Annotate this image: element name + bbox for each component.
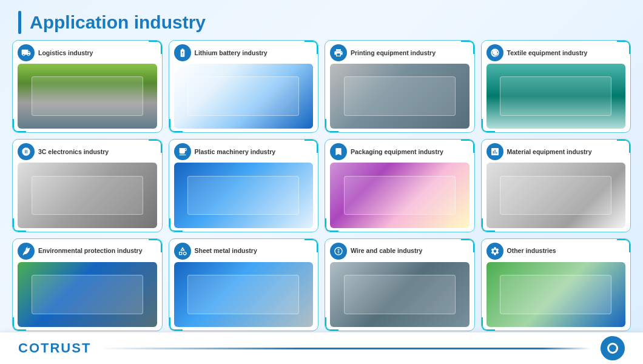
card-title-sheetmetal: Sheet metal industry: [195, 247, 257, 255]
card-header: Wire and cable industry: [330, 243, 470, 260]
card-3c[interactable]: 3C electronics industry: [12, 139, 163, 232]
machine-shape: [187, 176, 299, 215]
card-icon-textile: [486, 44, 503, 61]
footer-circle-inner: [607, 343, 618, 354]
card-image-wire: [330, 262, 470, 327]
card-icon-logistics: [18, 44, 35, 61]
card-icon-printing: [330, 44, 347, 61]
card-icon-sheetmetal: [174, 243, 191, 260]
card-header: Textile equipment industry: [486, 44, 626, 61]
machine-shape: [344, 275, 456, 314]
card-header: Environmental protection industry: [18, 243, 157, 260]
machine-shape: [187, 76, 299, 115]
card-image-environmental: [18, 262, 157, 327]
card-printing[interactable]: Printing equipment industry: [325, 40, 475, 133]
page-title: Application industry: [30, 12, 206, 33]
footer-line: [100, 348, 591, 349]
card-header: Material equipment industry: [486, 143, 626, 160]
card-icon-plastic: [174, 143, 191, 160]
card-title-3c: 3C electronics industry: [38, 148, 109, 156]
card-packaging[interactable]: Packaging equipment industry: [325, 139, 475, 232]
card-header: Sheet metal industry: [174, 243, 314, 260]
machine-shape: [500, 176, 611, 215]
card-image-sheetmetal: [174, 262, 314, 327]
card-title-wire: Wire and cable industry: [351, 247, 422, 255]
card-material[interactable]: Material equipment industry: [481, 139, 631, 232]
card-icon-material: [486, 143, 503, 160]
card-icon-3c: [18, 143, 35, 160]
machine-shape: [344, 176, 456, 215]
card-title-packaging: Packaging equipment industry: [351, 148, 443, 156]
card-icon-packaging: [330, 143, 347, 160]
card-icon-other: [486, 243, 503, 260]
card-title-other: Other industries: [507, 247, 556, 255]
card-environmental[interactable]: Environmental protection industry: [12, 238, 163, 331]
card-image-logistics: [18, 64, 157, 129]
card-wire[interactable]: Wire and cable industry: [325, 238, 475, 331]
machine-shape: [32, 176, 143, 215]
card-textile[interactable]: Textile equipment industry: [481, 40, 631, 133]
machine-shape: [500, 76, 611, 115]
card-title-lithium: Lithium battery industry: [195, 49, 268, 57]
card-image-material: [486, 163, 626, 228]
card-sheetmetal[interactable]: Sheet metal industry: [169, 238, 319, 331]
card-image-plastic: [174, 163, 314, 228]
card-image-printing: [330, 64, 470, 129]
card-header: Lithium battery industry: [174, 44, 314, 61]
card-image-packaging: [330, 163, 470, 228]
card-image-textile: [486, 64, 626, 129]
card-icon-lithium: [174, 44, 191, 61]
card-header: Logistics industry: [18, 44, 157, 61]
card-plastic[interactable]: Plastic machinery industry: [169, 139, 319, 232]
card-title-textile: Textile equipment industry: [507, 49, 588, 57]
card-lithium[interactable]: Lithium battery industry: [169, 40, 319, 133]
footer-circle: [601, 336, 625, 360]
logo: COTRUST: [18, 340, 91, 356]
card-title-logistics: Logistics industry: [38, 49, 93, 57]
card-image-other: [486, 262, 626, 327]
card-header: Other industries: [486, 243, 626, 260]
card-title-printing: Printing equipment industry: [351, 49, 436, 57]
card-icon-wire: [330, 243, 347, 260]
card-other[interactable]: Other industries: [481, 238, 631, 331]
card-title-environmental: Environmental protection industry: [38, 247, 143, 255]
card-image-lithium: [174, 64, 314, 129]
industry-grid: Logistics industry Lithium battery indus…: [0, 40, 643, 331]
card-title-plastic: Plastic machinery industry: [195, 148, 276, 156]
card-icon-environmental: [18, 243, 35, 260]
machine-shape: [32, 76, 143, 115]
machine-shape: [500, 275, 611, 314]
machine-shape: [344, 76, 456, 115]
card-header: 3C electronics industry: [18, 143, 157, 160]
footer: COTRUST: [0, 332, 643, 364]
card-title-material: Material equipment industry: [507, 148, 592, 156]
title-bar: [18, 11, 21, 34]
card-header: Printing equipment industry: [330, 44, 470, 61]
card-header: Plastic machinery industry: [174, 143, 314, 160]
header: Application industry: [0, 0, 643, 40]
card-image-3c: [18, 163, 157, 228]
card-logistics[interactable]: Logistics industry: [12, 40, 163, 133]
machine-shape: [32, 275, 143, 314]
card-header: Packaging equipment industry: [330, 143, 470, 160]
machine-shape: [187, 275, 299, 314]
